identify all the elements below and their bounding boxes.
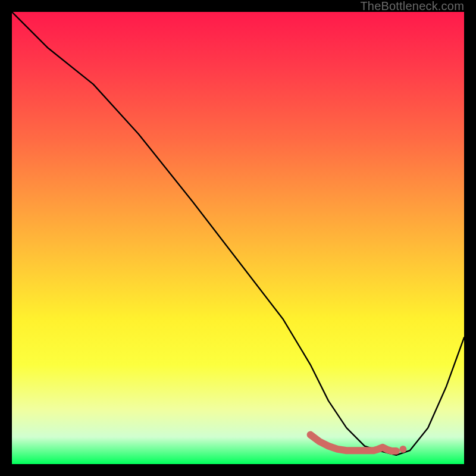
highlight-segment — [311, 435, 396, 451]
main-curve — [12, 12, 464, 455]
watermark-text: TheBottleneck.com — [360, 0, 464, 12]
chart-svg — [12, 12, 464, 464]
chart-area — [12, 12, 464, 464]
highlight-point — [399, 446, 406, 453]
